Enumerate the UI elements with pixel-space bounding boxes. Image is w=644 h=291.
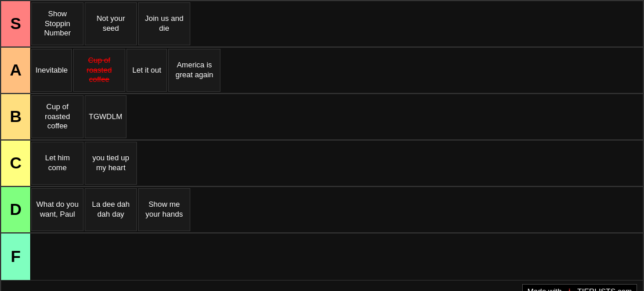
tier-row-c: CLet him comeyou tied up my heart (1, 141, 643, 187)
list-item[interactable]: What do you want, Paul (31, 188, 84, 231)
tier-row-s: SShow Stoppin NumberNot your seedJoin us… (1, 1, 643, 48)
list-item[interactable]: La dee dah dah day (85, 188, 137, 231)
tier-items-c: Let him comeyou tied up my heart (30, 141, 643, 186)
list-item[interactable]: Inevitable (31, 49, 72, 92)
tier-row-b: BCup of roasted coffeeTGWDLM (1, 94, 643, 141)
tier-items-d: What do you want, PaulLa dee dah dah day… (30, 187, 643, 232)
watermark: Made with i TIERLISTS.com (1, 280, 643, 291)
list-item[interactable]: Join us and die (138, 2, 190, 45)
tier-label-c: C (1, 141, 30, 186)
watermark-logo: i (569, 287, 571, 291)
watermark-brand: TIERLISTS.com (577, 287, 632, 291)
tier-label-b: B (1, 94, 30, 139)
list-item[interactable]: Cup of roasted coffee (31, 95, 84, 138)
tier-items-f (30, 233, 643, 280)
tier-label-s: S (1, 1, 30, 46)
list-item[interactable]: America is great again (168, 49, 220, 92)
tier-items-s: Show Stoppin NumberNot your seedJoin us … (30, 1, 643, 46)
tier-items-a: InevitableCup of roasted coffeeLet it ou… (30, 48, 643, 93)
tier-label-a: A (1, 48, 30, 93)
tier-label-f: F (1, 233, 30, 280)
list-item[interactable]: Show Stoppin Number (31, 2, 84, 45)
list-item[interactable]: you tied up my heart (85, 142, 137, 185)
list-item[interactable]: Let him come (31, 142, 84, 185)
list-item[interactable]: Cup of roasted coffee (73, 49, 125, 92)
list-item[interactable]: TGWDLM (85, 95, 126, 138)
tier-row-f: F (1, 233, 643, 280)
tier-label-d: D (1, 187, 30, 232)
tier-row-d: DWhat do you want, PaulLa dee dah dah da… (1, 187, 643, 233)
watermark-prefix: Made with (527, 287, 562, 291)
list-item[interactable]: Not your seed (85, 2, 137, 45)
tier-items-b: Cup of roasted coffeeTGWDLM (30, 94, 643, 139)
list-item[interactable]: Let it out (126, 49, 167, 92)
watermark-badge: Made with i TIERLISTS.com (522, 284, 637, 291)
list-item[interactable]: Show me your hands (138, 188, 190, 231)
tier-row-a: AInevitableCup of roasted coffeeLet it o… (1, 48, 643, 94)
tier-list: SShow Stoppin NumberNot your seedJoin us… (0, 0, 644, 291)
